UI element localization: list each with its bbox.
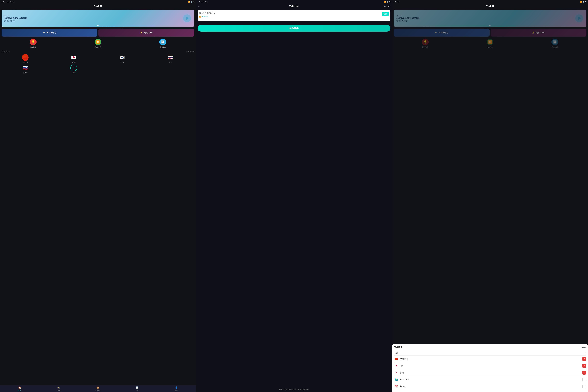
banner-sub-right: 无需换机 直接运行	[396, 20, 574, 22]
play-button-left[interactable]	[183, 14, 191, 22]
banner-text-left: Tik Tok TK星球-软件演示-全程直播 无需换机 直接运行	[4, 15, 182, 22]
status-right-mid: 📶 📡 95	[384, 1, 390, 3]
dot-r1	[489, 25, 490, 26]
list-item-sg[interactable]: 🇸🇬 新加坡	[394, 383, 586, 390]
disclaimer-text: 声明：仅供个人学习交流，请自觉尊重原作	[196, 388, 392, 390]
launch-section-header: 启动TikTok TK缓存清理	[1, 50, 194, 53]
country-add[interactable]: + 添加	[50, 64, 97, 74]
check-kz[interactable]	[582, 378, 586, 381]
rotate-icon: 🔄	[161, 40, 165, 44]
check-cn[interactable]: ✓	[582, 357, 586, 361]
status-left-right: 上午7:27	[394, 1, 399, 3]
country-sg-panel-name: 新加坡	[400, 385, 582, 388]
mid-content: 将视频链接黏贴到这 🔀 试试手气 粘贴 解析链接	[196, 9, 392, 392]
status-left: 上午7:27 10.0K/s 🌤	[1, 1, 14, 3]
wifi-right: 📡	[583, 1, 584, 3]
check-kr[interactable]: ✓	[582, 371, 586, 374]
wifi-mid: 📡	[386, 1, 388, 3]
academy-icon: 🎓	[57, 386, 60, 390]
mine-label: 我的	[175, 390, 178, 392]
tool-mirror-right[interactable]: 💡 视频镜像	[394, 38, 457, 48]
files-icon: 📄	[135, 386, 139, 390]
reverse-label-right: 视频倒放	[487, 46, 493, 48]
banner-right[interactable]: Tik Tok TK星球-软件演示-全程直播 无需换机 直接运行	[394, 10, 587, 27]
tool-grid-right: 💡 视频镜像 ⏪ 视频倒放 🔄 视频旋转	[394, 38, 587, 48]
watermark-icon: ✨	[140, 32, 142, 34]
check-jp[interactable]: ✓	[582, 364, 586, 368]
nav-academy[interactable]: 🎓 出海学堂	[39, 386, 78, 392]
nav-mine[interactable]: 👤 我的	[157, 386, 196, 392]
country-ru[interactable]: 🇷🇺 俄罗斯	[1, 64, 49, 74]
launch-title: 启动TikTok	[1, 50, 10, 53]
list-item-kr[interactable]: 🇰🇷 韩国 ✓	[394, 369, 586, 376]
tool-reverse-right[interactable]: ⏪ 视频倒放	[459, 38, 522, 48]
country-jp[interactable]: 🇯🇵 日本	[50, 54, 97, 64]
rotate-icon-circle-right: 🔄	[552, 38, 558, 45]
bottom-nav-left: 🏠 首页 🎓 出海学堂 📦 出海宝典 📄 文件 👤 我的	[0, 385, 196, 392]
watermark-icon-right: ✨	[532, 32, 534, 34]
panel-confirm-btn[interactable]: 确定	[582, 346, 586, 349]
status-bar-mid: 上午7:27 4.6K/s 📶 📡 95	[196, 0, 392, 4]
list-item-kz[interactable]: 🇰🇿 哈萨克斯坦	[394, 376, 586, 383]
tool-rotate[interactable]: 🔄 视频旋转	[131, 38, 194, 48]
country-add-name: 添加	[72, 72, 75, 74]
country-cn[interactable]: 🇨🇳 中国大陆	[1, 54, 49, 64]
mirror-label-right: 视频镜像	[422, 46, 428, 48]
rotate-label-right: 视频旋转	[552, 46, 558, 48]
file-action[interactable]: 🗂 文件	[384, 5, 390, 8]
experience-icon-right: 🪐	[435, 32, 437, 34]
cache-action[interactable]: TK缓存清理	[185, 50, 194, 53]
screen-left: 上午7:27 10.0K/s 🌤 📶 📡 94 TK星球 Tik Tok TK星…	[0, 0, 196, 392]
list-item-jp[interactable]: 🇯🇵 日本 ✓	[394, 362, 586, 369]
checkmark-kr: ✓	[583, 372, 585, 374]
play-button-right[interactable]	[575, 14, 583, 22]
nav-treasure[interactable]: 📦 出海宝典	[78, 386, 117, 392]
experience-icon: 🪐	[43, 32, 45, 34]
country-th[interactable]: 🇹🇭 泰国	[147, 54, 194, 64]
dot-2	[98, 25, 99, 26]
mine-icon: 👤	[175, 386, 178, 390]
tool-reverse[interactable]: ⏪ 视频倒放	[66, 38, 129, 48]
tool-mirror[interactable]: 💡 视频镜像	[1, 38, 65, 48]
banner-sub-left: 无需换机 直接运行	[4, 20, 182, 22]
url-input-wrapper: 将视频链接黏贴到这 🔀 试试手气	[199, 12, 382, 18]
file-icon: 🗂	[384, 5, 386, 7]
tool-rotate-right[interactable]: 🔄 视频旋转	[523, 38, 587, 48]
time-right: 上午7:27	[394, 1, 399, 3]
dot-r2	[490, 25, 491, 26]
banner-left[interactable]: Tik Tok TK星球-软件演示-全程直播 无需换机 直接运行	[1, 10, 194, 27]
nav-home[interactable]: 🏠 首页	[0, 386, 39, 392]
page-title-right: TK星球	[486, 5, 494, 8]
watermark-label: 视频去水印	[143, 32, 153, 34]
try-luck-btn[interactable]: 🔀 试试手气	[199, 16, 382, 18]
screen-right: 上午7:27 📶 📡 95 TK星球 Tik Tok TK星球-软件演示-全程直…	[392, 0, 588, 392]
btn-experience[interactable]: 🪐 TK体验中心	[1, 29, 97, 36]
reverse-icon-circle-right: ⏪	[487, 38, 494, 45]
btn-watermark-right[interactable]: ✨ 视频去水印	[491, 29, 587, 36]
screen-middle: 上午7:27 4.6K/s 📶 📡 95 < 视频下载 🗂 文件 将视频链接黏贴…	[196, 0, 392, 392]
region-asia-row[interactable]: 亚洲 ›	[394, 351, 586, 356]
back-button[interactable]: <	[198, 5, 200, 8]
list-item-cn[interactable]: 🇨🇳 中国大陆 ✓	[394, 356, 586, 362]
check-sg[interactable]	[582, 384, 586, 388]
reverse-label: 视频倒放	[95, 46, 101, 48]
parse-button[interactable]: 解析链接	[198, 25, 390, 32]
checkmark-cn: ✓	[583, 358, 585, 360]
banner-text-right: Tik Tok TK星球-软件演示-全程直播 无需换机 直接运行	[396, 15, 574, 22]
country-kr[interactable]: 🇰🇷 韩国	[98, 54, 146, 64]
banner-dots-left	[97, 25, 99, 26]
speed-mid: 4.6K/s	[204, 1, 208, 2]
url-input-placeholder[interactable]: 将视频链接黏贴到这	[199, 12, 215, 14]
btn-watermark[interactable]: ✨ 视频去水印	[98, 29, 194, 36]
banner-dots-right	[489, 25, 491, 26]
country-panel: 选择国家 确定 亚洲 › 🇨🇳 中国大陆 ✓ 🇯🇵 日本 ✓	[392, 344, 588, 392]
status-bar-right: 上午7:27 📶 📡 95	[392, 0, 588, 4]
btn-experience-right[interactable]: 🪐 TK体验中心	[394, 29, 490, 36]
nav-files[interactable]: 📄 文件	[117, 386, 157, 392]
experience-label: TK体验中心	[46, 32, 56, 34]
battery-mid: 95	[389, 1, 390, 2]
rotate-label: 视频旋转	[160, 46, 166, 48]
feature-row-right: 🪐 TK体验中心 ✨ 视频去水印	[394, 29, 587, 36]
region-arrow-icon: ›	[585, 352, 586, 354]
paste-button[interactable]: 粘贴	[382, 12, 389, 16]
